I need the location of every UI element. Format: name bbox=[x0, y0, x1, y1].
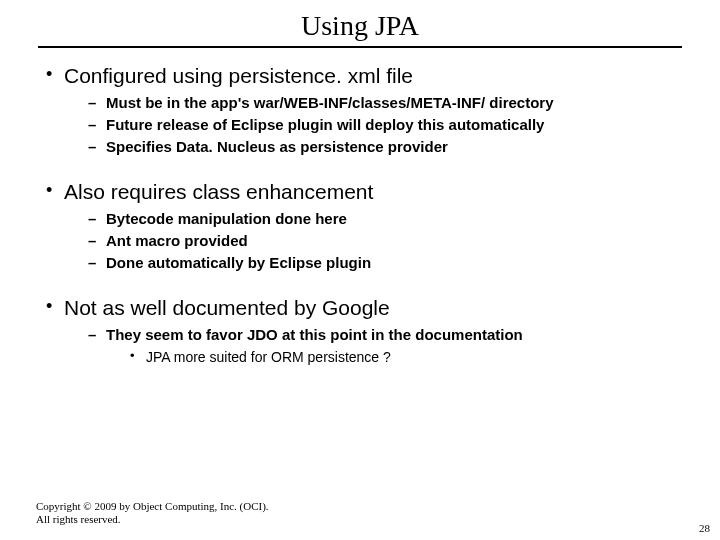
page-number: 28 bbox=[699, 522, 710, 534]
bullet-text: Bytecode manipulation done here bbox=[106, 210, 347, 227]
list-item: Bytecode manipulation done here bbox=[88, 210, 684, 228]
bullet-list-level2: Must be in the app's war/WEB-INF/classes… bbox=[64, 94, 684, 156]
list-item: Must be in the app's war/WEB-INF/classes… bbox=[88, 94, 684, 112]
footer-copyright: Copyright © 2009 by Object Computing, In… bbox=[36, 500, 269, 526]
bullet-text: Done automatically by Eclipse plugin bbox=[106, 254, 371, 271]
bullet-list-level2: Bytecode manipulation done here Ant macr… bbox=[64, 210, 684, 272]
bullet-text: They seem to favor JDO at this point in … bbox=[106, 326, 523, 343]
slide-title: Using JPA bbox=[0, 0, 720, 46]
slide-content: Configured using persistence. xml file M… bbox=[0, 64, 720, 366]
bullet-text: JPA more suited for ORM persistence ? bbox=[146, 349, 391, 365]
list-item: Also requires class enhancement Bytecode… bbox=[36, 180, 684, 272]
list-item: Specifies Data. Nucleus as persistence p… bbox=[88, 138, 684, 156]
bullet-list-level3: JPA more suited for ORM persistence ? bbox=[106, 348, 684, 366]
list-item: JPA more suited for ORM persistence ? bbox=[130, 348, 684, 366]
bullet-text: Specifies Data. Nucleus as persistence p… bbox=[106, 138, 448, 155]
bullet-list-level1: Configured using persistence. xml file M… bbox=[36, 64, 684, 366]
footer-line: All rights reserved. bbox=[36, 513, 269, 526]
bullet-text: Must be in the app's war/WEB-INF/classes… bbox=[106, 94, 554, 111]
bullet-text: Configured using persistence. xml file bbox=[64, 64, 413, 87]
bullet-text: Also requires class enhancement bbox=[64, 180, 373, 203]
list-item: Future release of Eclipse plugin will de… bbox=[88, 116, 684, 134]
bullet-text: Ant macro provided bbox=[106, 232, 248, 249]
list-item: Configured using persistence. xml file M… bbox=[36, 64, 684, 156]
bullet-text: Future release of Eclipse plugin will de… bbox=[106, 116, 544, 133]
bullet-list-level2: They seem to favor JDO at this point in … bbox=[64, 326, 684, 366]
title-underline bbox=[38, 46, 682, 48]
bullet-text: Not as well documented by Google bbox=[64, 296, 390, 319]
footer-line: Copyright © 2009 by Object Computing, In… bbox=[36, 500, 269, 513]
list-item: Not as well documented by Google They se… bbox=[36, 296, 684, 366]
list-item: They seem to favor JDO at this point in … bbox=[88, 326, 684, 366]
list-item: Ant macro provided bbox=[88, 232, 684, 250]
list-item: Done automatically by Eclipse plugin bbox=[88, 254, 684, 272]
